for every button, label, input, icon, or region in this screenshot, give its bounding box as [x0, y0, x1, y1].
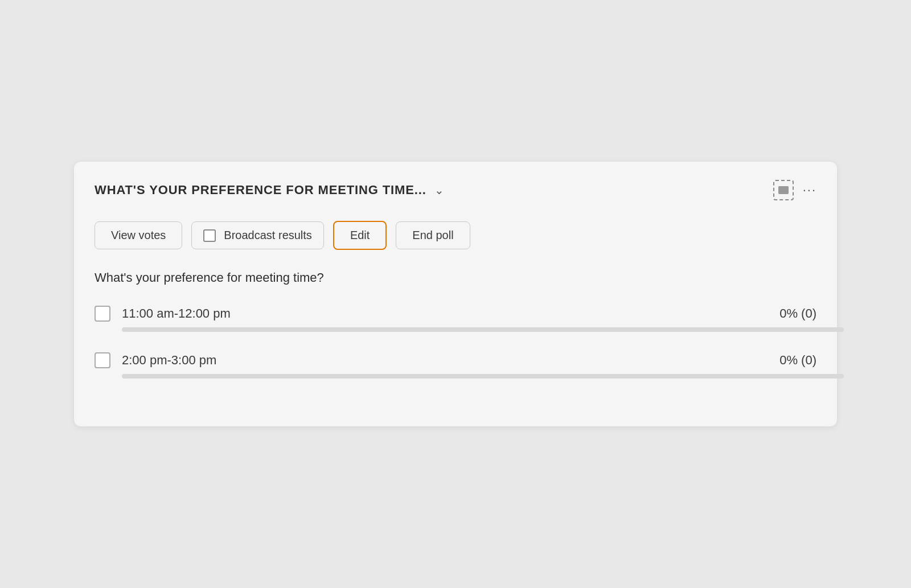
poll-option-2-row: 2:00 pm-3:00 pm 0% (0) [95, 352, 816, 368]
poll-card: WHAT'S YOUR PREFERENCE FOR MEETING TIME.… [74, 162, 837, 426]
broadcast-checkbox[interactable] [203, 229, 216, 242]
option-1-stats: 0% (0) [779, 306, 816, 321]
view-votes-button[interactable]: View votes [95, 221, 182, 249]
poll-question: What's your preference for meeting time? [95, 270, 816, 285]
broadcast-results-group[interactable]: Broadcast results [191, 221, 324, 249]
poll-title-row: WHAT'S YOUR PREFERENCE FOR MEETING TIME.… [95, 183, 444, 198]
end-poll-button[interactable]: End poll [396, 221, 470, 249]
option-2-text: 2:00 pm-3:00 pm [122, 353, 216, 368]
option-2-stats: 0% (0) [779, 353, 816, 368]
poll-option-1-row: 11:00 am-12:00 pm 0% (0) [95, 306, 816, 322]
option-1-checkbox[interactable] [95, 306, 110, 322]
option-1-text: 11:00 am-12:00 pm [122, 306, 231, 321]
poll-title: WHAT'S YOUR PREFERENCE FOR MEETING TIME.… [95, 183, 426, 198]
header-actions: ··· [773, 180, 816, 200]
poll-option-1: 11:00 am-12:00 pm 0% (0) [95, 306, 816, 332]
more-options-icon[interactable]: ··· [803, 183, 816, 198]
broadcast-results-label: Broadcast results [224, 229, 312, 242]
screenshot-icon[interactable] [773, 180, 794, 200]
option-1-left: 11:00 am-12:00 pm [95, 306, 231, 322]
option-2-left: 2:00 pm-3:00 pm [95, 352, 216, 368]
option-2-progress-track [122, 374, 844, 379]
option-1-progress-track [122, 327, 844, 332]
chevron-down-icon[interactable]: ⌄ [434, 183, 444, 197]
edit-button[interactable]: Edit [333, 221, 387, 250]
toolbar: View votes Broadcast results Edit End po… [95, 221, 816, 250]
poll-options: 11:00 am-12:00 pm 0% (0) 2:00 pm-3:00 pm… [95, 306, 816, 379]
screenshot-icon-inner [778, 186, 789, 194]
poll-option-2: 2:00 pm-3:00 pm 0% (0) [95, 352, 816, 379]
poll-header: WHAT'S YOUR PREFERENCE FOR MEETING TIME.… [95, 180, 816, 205]
option-2-checkbox[interactable] [95, 352, 110, 368]
